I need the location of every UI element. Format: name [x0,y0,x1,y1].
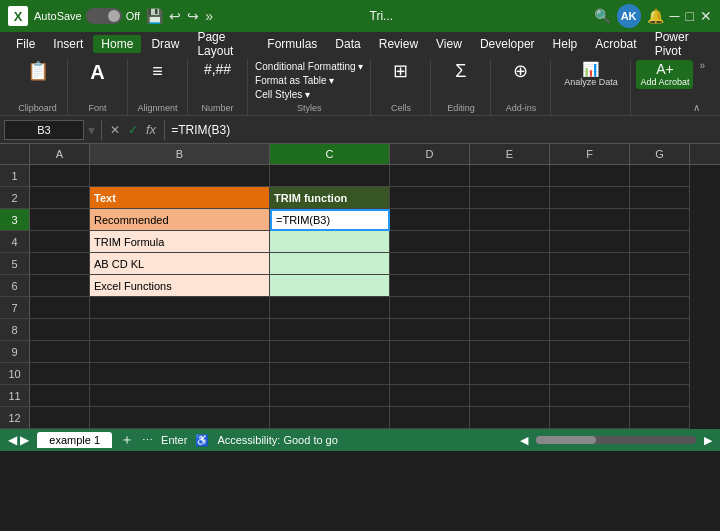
cell-g9[interactable] [630,341,690,363]
cell-g12[interactable] [630,407,690,429]
scroll-right-btn[interactable]: ▶ [704,434,712,447]
cell-f4[interactable] [550,231,630,253]
cell-c10[interactable] [270,363,390,385]
menu-draw[interactable]: Draw [143,35,187,53]
row-header-2[interactable]: 2 [0,187,30,209]
confirm-formula-btn[interactable]: ✓ [126,123,140,137]
sheet-nav-arrows[interactable]: ◀ ▶ [8,433,29,447]
bell-icon[interactable]: 🔔 [647,8,664,24]
cell-a9[interactable] [30,341,90,363]
save-icon[interactable]: 💾 [146,8,163,24]
cell-d11[interactable] [390,385,470,407]
cell-d4[interactable] [390,231,470,253]
menu-file[interactable]: File [8,35,43,53]
avatar[interactable]: AK [617,4,641,28]
horizontal-scrollbar[interactable] [536,436,696,444]
cell-f3[interactable] [550,209,630,231]
cell-c11[interactable] [270,385,390,407]
cell-f9[interactable] [550,341,630,363]
cell-b10[interactable] [90,363,270,385]
cell-d12[interactable] [390,407,470,429]
cell-d5[interactable] [390,253,470,275]
menu-home[interactable]: Home [93,35,141,53]
cell-a3[interactable] [30,209,90,231]
col-header-b[interactable]: B [90,144,270,164]
cell-d8[interactable] [390,319,470,341]
cell-c5[interactable] [270,253,390,275]
cell-c2[interactable]: TRIM function [270,187,390,209]
cell-b9[interactable] [90,341,270,363]
col-header-a[interactable]: A [30,144,90,164]
cell-b2[interactable]: Text [90,187,270,209]
cell-reference-input[interactable] [4,120,84,140]
cell-d10[interactable] [390,363,470,385]
menu-insert[interactable]: Insert [45,35,91,53]
cell-a1[interactable] [30,165,90,187]
cell-c12[interactable] [270,407,390,429]
cell-g11[interactable] [630,385,690,407]
menu-developer[interactable]: Developer [472,35,543,53]
cell-b3[interactable]: Recommended [90,209,270,231]
autosave-toggle[interactable]: AutoSave Off [34,8,140,24]
add-acrobat-btn[interactable]: A+ Add Acrobat [636,60,693,89]
sheet-tab[interactable]: example 1 [37,432,112,448]
cell-e7[interactable] [470,297,550,319]
editing-btn[interactable]: Σ [445,60,477,82]
formula-input[interactable] [171,123,716,137]
analyze-data-btn[interactable]: 📊 Analyze Data [560,60,622,89]
cell-b7[interactable] [90,297,270,319]
conditional-formatting-btn[interactable]: Conditional Formatting ▾ [251,60,367,73]
row-header-8[interactable]: 8 [0,319,30,341]
menu-formulas[interactable]: Formulas [259,35,325,53]
cell-styles-btn[interactable]: Cell Styles ▾ [251,88,367,101]
cell-e12[interactable] [470,407,550,429]
cell-a10[interactable] [30,363,90,385]
cell-a4[interactable] [30,231,90,253]
insert-function-btn[interactable]: fx [144,122,158,137]
cell-g2[interactable] [630,187,690,209]
cell-d3[interactable] [390,209,470,231]
row-header-1[interactable]: 1 [0,165,30,187]
menu-review[interactable]: Review [371,35,426,53]
col-header-c[interactable]: C [270,144,390,164]
cell-g10[interactable] [630,363,690,385]
cell-a5[interactable] [30,253,90,275]
cell-c9[interactable] [270,341,390,363]
cell-e1[interactable] [470,165,550,187]
col-header-e[interactable]: E [470,144,550,164]
more-icon[interactable]: » [205,8,213,24]
cell-e2[interactable] [470,187,550,209]
cell-b1[interactable] [90,165,270,187]
scroll-left-btn[interactable]: ◀ [520,434,528,447]
cell-c1[interactable] [270,165,390,187]
cell-e9[interactable] [470,341,550,363]
cell-f5[interactable] [550,253,630,275]
cell-e6[interactable] [470,275,550,297]
col-header-f[interactable]: F [550,144,630,164]
cell-e4[interactable] [470,231,550,253]
row-header-3[interactable]: 3 [0,209,30,231]
cell-ref-dropdown[interactable]: ▾ [88,122,95,138]
cell-d1[interactable] [390,165,470,187]
cell-f10[interactable] [550,363,630,385]
cell-f8[interactable] [550,319,630,341]
cell-f1[interactable] [550,165,630,187]
cell-f2[interactable] [550,187,630,209]
row-header-6[interactable]: 6 [0,275,30,297]
cell-f12[interactable] [550,407,630,429]
undo-icon[interactable]: ↩ [169,8,181,24]
cell-b4[interactable]: TRIM Formula [90,231,270,253]
redo-icon[interactable]: ↪ [187,8,199,24]
cell-b12[interactable] [90,407,270,429]
cell-g8[interactable] [630,319,690,341]
row-header-9[interactable]: 9 [0,341,30,363]
cell-g4[interactable] [630,231,690,253]
menu-help[interactable]: Help [545,35,586,53]
cell-b8[interactable] [90,319,270,341]
scroll-thumb[interactable] [536,436,596,444]
cell-d6[interactable] [390,275,470,297]
menu-data[interactable]: Data [327,35,368,53]
sheet-more-btn[interactable]: ⋯ [142,434,153,447]
number-btn[interactable]: #,## [200,60,235,78]
cell-f7[interactable] [550,297,630,319]
